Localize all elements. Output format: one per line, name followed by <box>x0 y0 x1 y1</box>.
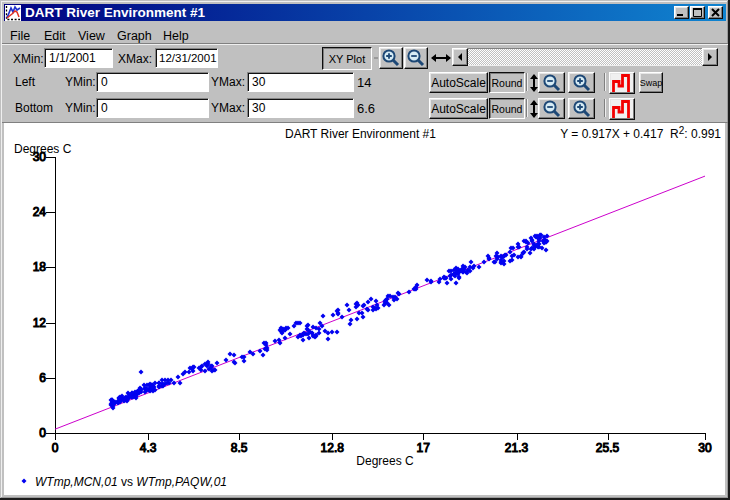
svg-text:12: 12 <box>33 316 47 330</box>
svg-text:0: 0 <box>52 441 59 455</box>
svg-text:4.3: 4.3 <box>140 441 157 455</box>
svg-text:30: 30 <box>33 150 47 164</box>
svg-text:0: 0 <box>39 426 46 440</box>
svg-text:25.5: 25.5 <box>596 441 620 455</box>
svg-text:21.3: 21.3 <box>505 441 529 455</box>
svg-text:8.5: 8.5 <box>231 441 248 455</box>
svg-text:Y = 0.917X + 0.417 R2: 0.991: Y = 0.917X + 0.417 R2: 0.991 <box>560 125 721 141</box>
svg-text:18: 18 <box>33 260 47 274</box>
svg-text:6: 6 <box>39 371 46 385</box>
svg-text:Degrees C: Degrees C <box>356 454 414 468</box>
svg-text:24: 24 <box>33 205 47 219</box>
svg-text:17: 17 <box>417 441 431 455</box>
svg-text:30: 30 <box>698 441 712 455</box>
svg-text:12.8: 12.8 <box>321 441 345 455</box>
svg-text:WTmp,MCN,01 vs WTmp,PAQW,01: WTmp,MCN,01 vs WTmp,PAQW,01 <box>35 475 227 489</box>
svg-text:DART River Environment #1: DART River Environment #1 <box>285 127 436 141</box>
